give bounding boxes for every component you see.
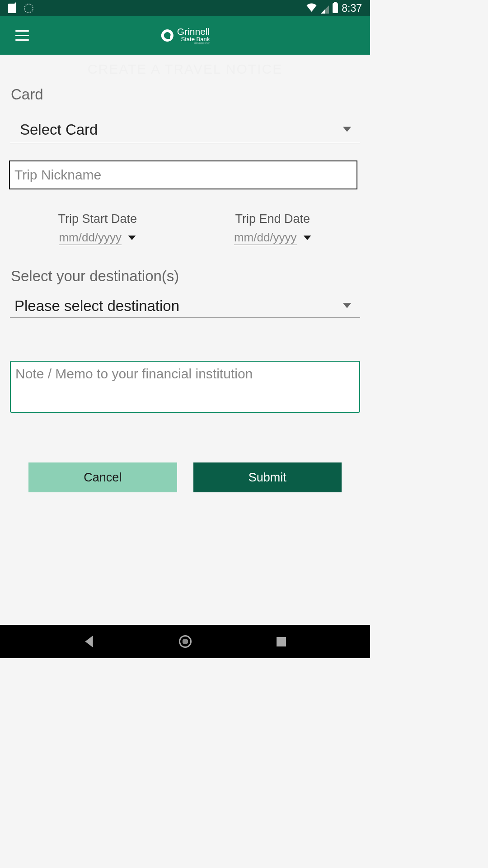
form-content: Card Select Card Trip Start Date mm/dd/y… [0,80,370,625]
svg-rect-0 [277,637,286,646]
brand-subtitle: State Bank [177,36,210,42]
back-button[interactable] [80,632,98,651]
brand-logo: Grinnell State Bank MEMBER FDIC [160,27,210,45]
clock-time: 8:37 [342,2,362,14]
destination-label: Select your destination(s) [11,268,360,285]
trip-end-value: mm/dd/yyyy [234,231,297,245]
logo-mark-icon [160,28,174,43]
sync-icon [24,4,33,13]
brand-name: Grinnell [177,27,210,36]
chevron-down-icon [343,302,351,310]
recent-apps-button[interactable] [272,632,291,651]
trip-end-label: Trip End Date [235,212,310,226]
status-bar: 8:37 [0,0,370,16]
trip-start-picker[interactable]: mm/dd/yyyy [59,231,136,245]
cancel-button[interactable]: Cancel [28,462,177,492]
trip-nickname-input[interactable] [9,160,357,189]
memo-textarea[interactable] [10,361,360,413]
card-section-label: Card [11,86,360,103]
date-row: Trip Start Date mm/dd/yyyy Trip End Date… [10,212,360,245]
app-header: Grinnell State Bank MEMBER FDIC [0,16,370,55]
destination-select-value: Please select destination [14,297,179,315]
trip-end-picker[interactable]: mm/dd/yyyy [234,231,311,245]
trip-start-value: mm/dd/yyyy [59,231,122,245]
cell-signal-icon [321,4,329,12]
circle-icon [179,635,192,648]
status-right: 8:37 [306,2,362,14]
card-select[interactable]: Select Card [10,117,360,143]
trip-start-column: Trip Start Date mm/dd/yyyy [10,212,185,245]
chevron-down-icon [128,234,136,242]
page-title: CREATE A TRAVEL NOTICE [0,55,370,80]
submit-button[interactable]: Submit [193,462,342,492]
brand-tag: MEMBER FDIC [177,42,210,45]
logo-text: Grinnell State Bank MEMBER FDIC [177,27,210,45]
menu-button[interactable] [15,30,29,41]
android-nav-bar [0,625,370,658]
destination-select[interactable]: Please select destination [10,294,360,318]
trip-end-column: Trip End Date mm/dd/yyyy [185,212,361,245]
chevron-down-icon [303,234,311,242]
status-left [8,4,33,13]
trip-start-label: Trip Start Date [58,212,137,226]
home-button[interactable] [176,632,194,651]
card-select-value: Select Card [20,121,98,138]
battery-icon [333,3,338,13]
button-row: Cancel Submit [10,462,360,492]
sd-card-icon [8,4,16,13]
chevron-down-icon [343,126,351,134]
wifi-icon [306,2,317,14]
